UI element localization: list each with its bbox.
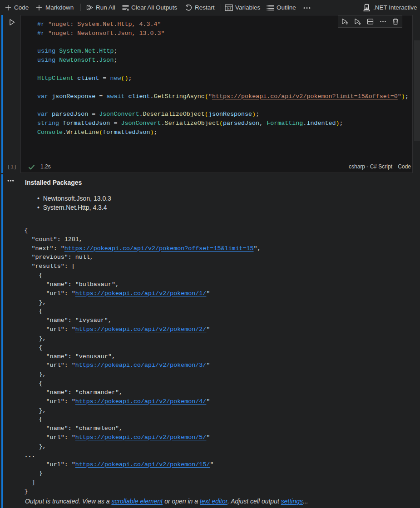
svg-text:(x): (x) xyxy=(227,6,231,10)
